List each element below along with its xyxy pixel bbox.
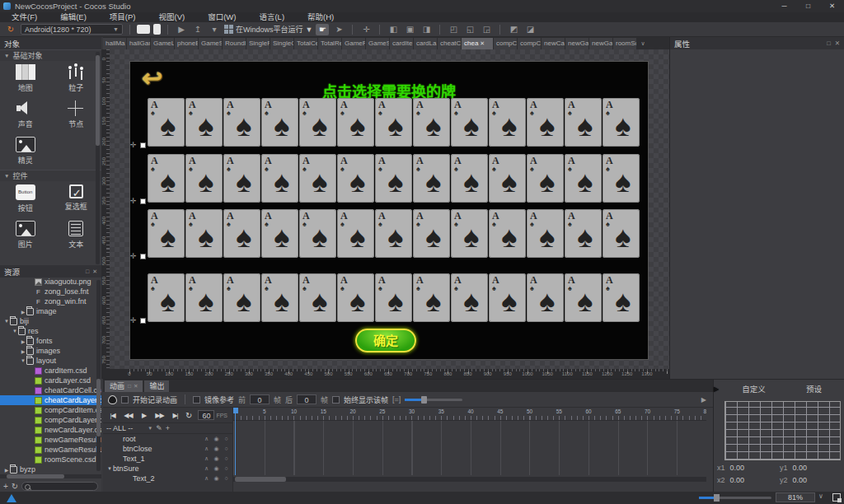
landscape-monitor-icon[interactable] <box>137 25 150 34</box>
playing-card[interactable]: A♠♠ <box>261 273 298 322</box>
flip-h-icon[interactable]: ◩ <box>507 24 520 35</box>
lock-icon[interactable]: ○ <box>223 475 230 482</box>
tab-SingleC[interactable]: SingleC <box>270 38 293 49</box>
maximize-icon[interactable]: □ <box>796 0 820 12</box>
float-icon[interactable]: □ <box>128 380 131 392</box>
playing-card[interactable]: A♠♠ <box>565 98 602 147</box>
portrait-monitor-icon[interactable] <box>153 24 161 35</box>
playing-card[interactable]: A♠♠ <box>413 98 450 147</box>
playing-card[interactable]: A♠♠ <box>185 98 223 147</box>
expand-icon[interactable]: ∧ <box>203 436 210 442</box>
visible-icon[interactable]: ◉ <box>213 475 220 482</box>
scene-canvas[interactable]: ↩ 点击选择需要换的牌 A♠♠A♠♠A♠♠A♠♠A♠♠A♠♠A♠♠A♠♠A♠♠A… <box>110 49 669 369</box>
hand-tool-icon[interactable]: ☛ <box>316 24 329 35</box>
playing-card[interactable]: A♠♠ <box>337 98 374 147</box>
tree-item-res[interactable]: ▼res <box>0 326 101 336</box>
playing-card[interactable]: A♠♠ <box>603 273 640 322</box>
playing-card[interactable]: A♠♠ <box>451 98 488 147</box>
playing-card[interactable]: A♠♠ <box>603 98 640 147</box>
tab-GameS[interactable]: GameS <box>199 38 222 49</box>
tree-item-zong_win.fnt[interactable]: Fzong_win.fnt <box>0 296 101 306</box>
warning-triangle-icon[interactable] <box>7 494 16 502</box>
tab-newGar[interactable]: newGar <box>589 38 612 49</box>
last-frame-button[interactable]: ▶| <box>168 412 182 419</box>
resources-scrollbar[interactable] <box>96 280 101 471</box>
playing-card[interactable]: A♠♠ <box>489 273 526 322</box>
playing-card[interactable]: A♠♠ <box>375 98 412 147</box>
zoom-level[interactable]: 81% <box>776 492 815 502</box>
menu-item-项[interactable]: 项目(P) <box>98 12 148 22</box>
tab-roomSc[interactable]: roomSc <box>613 38 636 49</box>
tab-newCar[interactable]: newCar <box>542 38 565 49</box>
timeline-hscrollbar[interactable] <box>233 477 706 482</box>
playing-card[interactable]: A♠♠ <box>527 98 564 147</box>
align-center-icon[interactable]: ▣ <box>403 24 416 35</box>
playing-card[interactable]: A♠♠ <box>148 98 185 147</box>
mirror-reference-checkbox[interactable] <box>193 396 200 404</box>
flip-v-icon[interactable]: ◪ <box>523 24 537 35</box>
playing-card[interactable]: A♠♠ <box>223 154 260 203</box>
tab-TotalCe[interactable]: TotalCe <box>294 38 317 49</box>
playing-card[interactable]: A♠♠ <box>261 154 298 203</box>
tree-item-cardLayer.csd[interactable]: cardLayer.csd <box>0 376 101 385</box>
move-anchor-icon[interactable]: ✛ <box>359 24 373 35</box>
lock-icon[interactable]: ○ <box>223 455 230 462</box>
playing-card[interactable]: A♠♠ <box>375 209 412 258</box>
menu-item-文[interactable]: 文件(F) <box>0 12 49 22</box>
playing-card[interactable]: A♠♠ <box>299 209 336 258</box>
first-frame-button[interactable]: |◀ <box>106 412 120 419</box>
tab-custom[interactable]: 自定义 <box>724 383 784 394</box>
node-filter-select[interactable]: -- ALL -- <box>106 424 133 432</box>
tree-item-cheatCardCell.csd[interactable]: cheatCardCell.csd <box>0 385 101 395</box>
button-widget[interactable]: Button按钮 <box>0 181 51 217</box>
playing-card[interactable]: A♠♠ <box>299 98 336 147</box>
text-widget[interactable]: 文本 <box>51 217 102 254</box>
section-控件[interactable]: ▼控件 <box>0 170 101 181</box>
tree-item-byzp[interactable]: ▶byzp <box>0 464 101 474</box>
playing-card[interactable]: A♠♠ <box>565 154 602 203</box>
playing-card[interactable]: A♠♠ <box>185 209 223 258</box>
tree-item-images[interactable]: ▶images <box>0 346 101 356</box>
timeline-track-area[interactable]: 05101520253035404550556065707580 <box>233 408 706 492</box>
tree-item-fonts[interactable]: ▶fonts <box>0 336 101 346</box>
playing-card[interactable]: A♠♠ <box>527 154 564 203</box>
play-button[interactable]: ▶ <box>137 412 151 419</box>
close-icon[interactable]: ✕ <box>134 380 138 392</box>
anchor-handle[interactable] <box>140 198 146 204</box>
playing-card[interactable]: A♠♠ <box>451 273 488 322</box>
expand-icon[interactable]: ∧ <box>203 465 210 472</box>
menu-item-窗[interactable]: 窗口(W) <box>196 12 247 22</box>
playing-card[interactable]: A♠♠ <box>527 209 564 258</box>
tree-item-newGameResultLa[interactable]: newGameResultLa <box>0 445 101 455</box>
timeline-collapse-icon[interactable]: ▶ <box>701 396 708 404</box>
resource-search-input[interactable] <box>21 482 98 491</box>
tree-item-cardItem.csd[interactable]: cardItem.csd <box>0 366 101 376</box>
timeline-node-root[interactable]: root∧◉○ <box>103 434 233 444</box>
curve-field-y2-value[interactable]: 0.00 <box>793 476 808 484</box>
lock-icon[interactable]: ○ <box>223 436 230 442</box>
curve-field-y1-value[interactable]: 0.00 <box>793 464 808 472</box>
playing-card[interactable]: A♠♠ <box>451 209 488 258</box>
zoom-slider[interactable] <box>699 497 771 499</box>
tab-GameLa[interactable]: GameLa <box>151 38 174 49</box>
tab-phoneE[interactable]: phoneE <box>175 38 198 49</box>
curve-field-x2-value[interactable]: 0.00 <box>730 476 745 484</box>
visible-icon[interactable]: ◉ <box>213 455 220 462</box>
objects-scrollbar[interactable] <box>96 52 100 264</box>
tree-item-layout[interactable]: ▼layout <box>0 356 101 366</box>
add-animation-icon[interactable]: + <box>166 424 170 432</box>
run-platform-select[interactable]: 在Windows平台运行▼ <box>224 24 312 35</box>
playing-card[interactable]: A♠♠ <box>413 273 450 322</box>
tab-GameR[interactable]: GameR <box>342 38 365 49</box>
playing-card[interactable]: A♠♠ <box>565 273 602 322</box>
frame-ruler[interactable]: 05101520253035404550556065707580 <box>233 408 706 421</box>
playing-card[interactable]: A♠♠ <box>565 209 602 258</box>
tab-chea[interactable]: chea✕ <box>462 38 493 49</box>
resources-hscrollbar[interactable] <box>0 474 101 478</box>
distribute-h-icon[interactable]: ◰ <box>447 24 460 35</box>
tab-GameS[interactable]: GameS <box>366 38 389 49</box>
tree-item-compCardLayer.c[interactable]: compCardLayer.c <box>0 415 101 425</box>
tab-overflow-chevron[interactable]: ∨ <box>637 38 649 49</box>
before-frames-input[interactable]: 0 <box>250 394 270 404</box>
tree-item-cheatCardLayer.c[interactable]: cheatCardLayer.c <box>0 395 101 405</box>
